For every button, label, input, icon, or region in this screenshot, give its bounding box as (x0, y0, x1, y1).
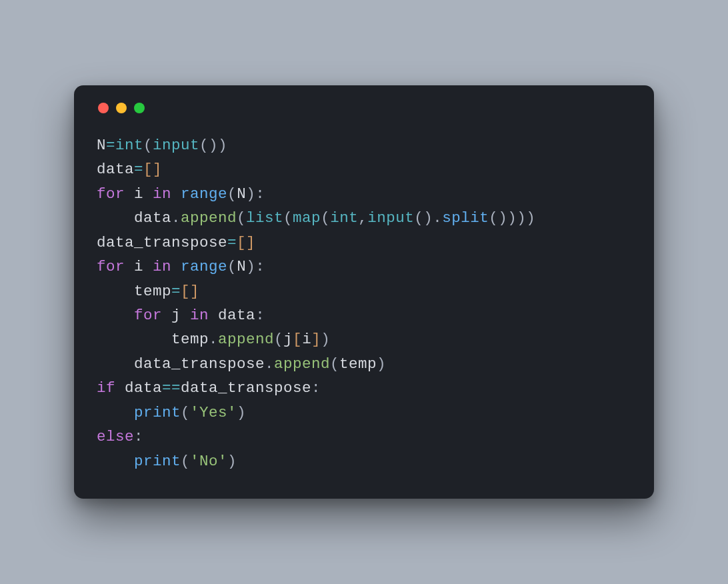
code-token: in (153, 185, 171, 203)
code-token: 'Yes' (190, 404, 237, 421)
code-token: . (171, 209, 181, 227)
code-token: ( (321, 209, 330, 227)
code-token: ) (237, 404, 246, 421)
code-token: data (125, 379, 162, 397)
code-token: ( (414, 209, 423, 227)
code-token (97, 355, 134, 373)
code-token (97, 209, 134, 227)
code-token: in (153, 258, 171, 275)
code-token (97, 307, 134, 324)
code-token: . (433, 209, 442, 227)
code-token: ( (199, 137, 209, 154)
code-token: ] (311, 331, 321, 348)
code-block[interactable]: N=int(input()) data=[] for i in range(N)… (97, 133, 631, 473)
code-token: . (265, 355, 274, 373)
code-token: temp (134, 283, 171, 300)
code-token: int (115, 137, 143, 154)
code-token: range (181, 185, 227, 203)
code-token: append (181, 209, 237, 227)
code-token: [ (293, 331, 302, 348)
code-token: ] (246, 234, 255, 251)
code-token: : (311, 379, 321, 397)
code-token: [ (143, 161, 153, 178)
code-token (209, 307, 218, 324)
code-token: ) (209, 137, 218, 154)
code-token: ( (283, 209, 293, 227)
code-token: [ (237, 234, 246, 251)
code-token: input (153, 137, 199, 154)
code-token: ( (237, 209, 246, 227)
code-window: N=int(input()) data=[] for i in range(N)… (74, 85, 654, 499)
code-token: j (171, 307, 181, 324)
code-token: ) (246, 185, 255, 203)
code-token (97, 404, 134, 421)
code-token: ( (274, 331, 283, 348)
code-token: ) (517, 209, 526, 227)
code-token: range (181, 258, 227, 275)
minimize-icon[interactable] (116, 103, 127, 113)
code-token: = (134, 161, 143, 178)
code-token: = (171, 283, 181, 300)
code-token (143, 185, 153, 203)
code-token: ( (330, 355, 339, 373)
maximize-icon[interactable] (134, 103, 145, 113)
code-token: append (274, 355, 330, 373)
code-token: temp (339, 355, 377, 373)
code-token: else (97, 428, 134, 445)
code-token: append (218, 331, 274, 348)
code-token: : (255, 307, 265, 324)
code-token: ( (143, 137, 153, 154)
code-token: ) (377, 355, 386, 373)
code-token: map (293, 209, 321, 227)
code-token: N (237, 258, 246, 275)
code-token: print (134, 404, 181, 421)
code-token: = (106, 137, 115, 154)
code-token (97, 453, 134, 470)
close-icon[interactable] (98, 103, 109, 113)
code-token: i (302, 331, 311, 348)
code-token: N (237, 185, 246, 203)
code-token: data_transpose (181, 379, 311, 397)
code-token: in (190, 307, 209, 324)
code-token: print (134, 453, 181, 470)
code-token: ( (227, 185, 237, 203)
code-token: ) (321, 331, 330, 348)
code-token: ( (227, 258, 237, 275)
code-token: list (246, 209, 283, 227)
code-token: ] (190, 283, 199, 300)
code-token: ( (181, 453, 190, 470)
code-token: ] (153, 161, 162, 178)
code-token: data (97, 161, 134, 178)
code-token: for (134, 307, 162, 324)
code-token (97, 283, 134, 300)
code-token: int (330, 209, 358, 227)
code-token: i (134, 185, 143, 203)
code-token: split (442, 209, 489, 227)
code-token: ) (227, 453, 237, 470)
code-token (97, 331, 171, 348)
code-token: = (227, 234, 237, 251)
code-token: . (209, 331, 218, 348)
code-token: ) (507, 209, 517, 227)
code-token: [ (181, 283, 190, 300)
code-token: , (358, 209, 367, 227)
code-token: : (255, 185, 265, 203)
code-token: == (162, 379, 181, 397)
code-token: ) (246, 258, 255, 275)
code-token: N (97, 137, 106, 154)
code-token: for (97, 185, 125, 203)
code-token (162, 307, 171, 324)
code-token (125, 185, 134, 203)
code-token: input (367, 209, 414, 227)
code-token: data_transpose (97, 234, 227, 251)
code-token (143, 258, 153, 275)
code-token: ) (498, 209, 507, 227)
code-token: temp (171, 331, 209, 348)
code-token: ) (218, 137, 227, 154)
code-token: data (218, 307, 255, 324)
code-token: : (255, 258, 265, 275)
code-token (171, 258, 181, 275)
code-token: j (283, 331, 293, 348)
code-token: for (97, 258, 125, 275)
code-token: data (134, 209, 171, 227)
